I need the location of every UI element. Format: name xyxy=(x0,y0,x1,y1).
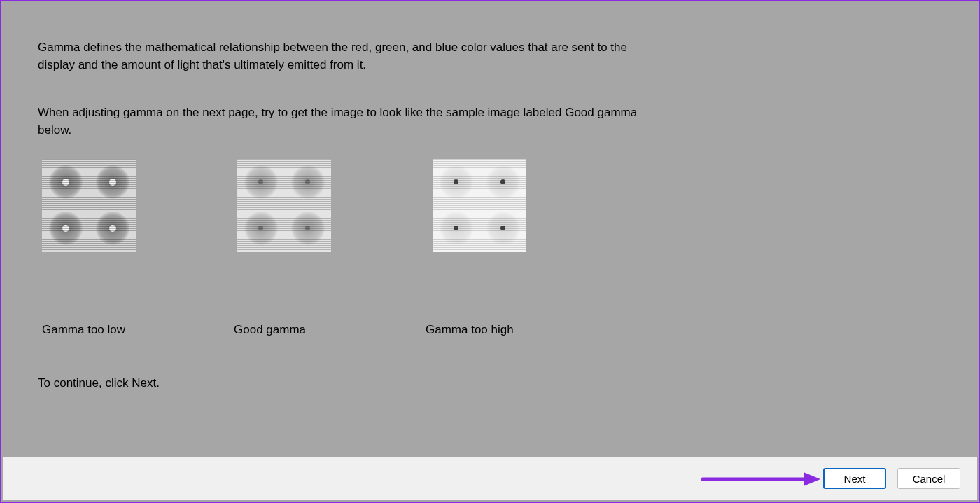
continue-hint: To continue, click Next. xyxy=(38,375,942,392)
cancel-button[interactable]: Cancel xyxy=(897,468,960,489)
label-gamma-good: Good gamma xyxy=(234,322,328,339)
wizard-footer: Next Cancel xyxy=(3,457,977,500)
gamma-description: Gamma defines the mathematical relations… xyxy=(38,39,640,74)
label-gamma-high: Gamma too high xyxy=(426,322,519,339)
wizard-content: Gamma defines the mathematical relations… xyxy=(1,1,979,392)
gamma-swatch-high xyxy=(433,159,526,252)
gamma-sample-low xyxy=(42,159,136,252)
gamma-swatch-good xyxy=(237,159,331,252)
next-button[interactable]: Next xyxy=(823,468,886,489)
gamma-sample-high xyxy=(433,159,526,252)
gamma-instruction: When adjusting gamma on the next page, t… xyxy=(38,104,654,139)
gamma-swatch-low xyxy=(42,159,136,252)
label-gamma-low: Gamma too low xyxy=(42,322,136,339)
gamma-samples-row xyxy=(42,159,942,252)
gamma-sample-labels: Gamma too low Good gamma Gamma too high xyxy=(42,322,942,339)
gamma-sample-good xyxy=(237,159,331,252)
wizard-window: Gamma defines the mathematical relations… xyxy=(0,0,980,503)
